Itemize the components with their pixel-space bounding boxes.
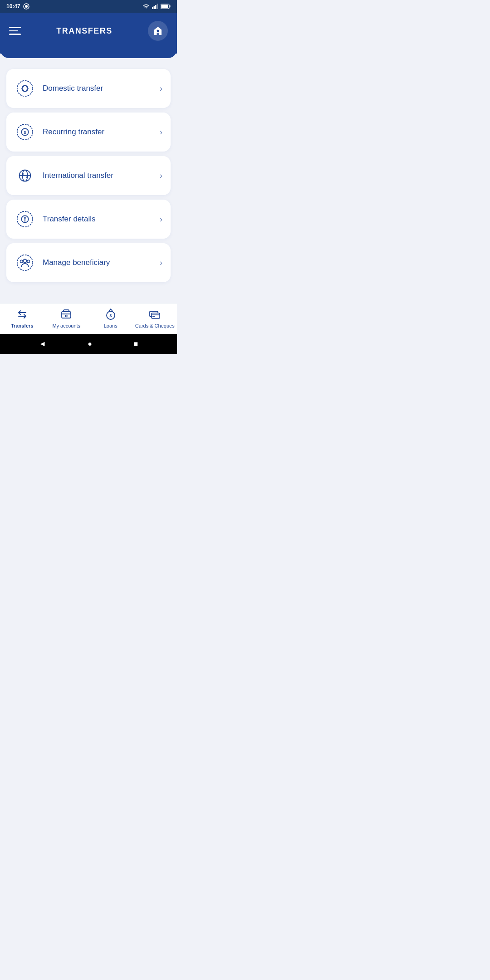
nav-my-accounts[interactable]: My accounts bbox=[44, 308, 89, 328]
manage-beneficiary-item[interactable]: Manage beneficiary › bbox=[6, 243, 171, 282]
svg-point-10 bbox=[17, 81, 33, 96]
svg-rect-7 bbox=[170, 5, 171, 8]
status-time: 10:47 bbox=[6, 3, 20, 10]
bottom-nav: Transfers My accounts $ Loans Cards & Ch… bbox=[0, 303, 177, 334]
status-icons bbox=[142, 4, 171, 9]
svg-rect-3 bbox=[154, 6, 155, 10]
international-transfer-label: International transfer bbox=[43, 171, 152, 180]
battery-icon bbox=[161, 4, 171, 9]
chevron-right-icon: › bbox=[160, 215, 162, 224]
home-icon bbox=[152, 25, 163, 36]
transfers-nav-label: Transfers bbox=[11, 323, 34, 328]
transfer-details-item[interactable]: Transfer details › bbox=[6, 200, 171, 239]
svg-text:$: $ bbox=[24, 130, 26, 135]
transfer-details-label: Transfer details bbox=[43, 215, 152, 224]
cards-cheques-nav-label: Cards & Cheques bbox=[135, 323, 175, 328]
system-nav-bar: ◄ ● ■ bbox=[0, 334, 177, 354]
back-button[interactable]: ◄ bbox=[39, 340, 46, 348]
recurring-transfer-icon: $ bbox=[15, 122, 35, 142]
svg-rect-2 bbox=[152, 7, 153, 9]
recents-button[interactable]: ■ bbox=[134, 340, 138, 348]
nav-loans[interactable]: $ Loans bbox=[88, 308, 133, 328]
svg-point-27 bbox=[65, 315, 67, 317]
header: TRANSFERS bbox=[0, 13, 177, 54]
recurring-transfer-item[interactable]: $ Recurring transfer › bbox=[6, 113, 171, 152]
wifi-icon bbox=[142, 4, 150, 9]
nav-transfers[interactable]: Transfers bbox=[0, 308, 44, 328]
status-bar: 10:47 bbox=[0, 0, 177, 13]
svg-point-24 bbox=[27, 260, 30, 263]
svg-point-19 bbox=[24, 217, 26, 219]
signal-icon bbox=[152, 4, 158, 9]
manage-beneficiary-label: Manage beneficiary bbox=[43, 258, 152, 267]
loans-nav-icon: $ bbox=[104, 308, 117, 321]
main-content: Domestic transfer › $ Recurring transfer… bbox=[0, 58, 177, 303]
transfers-nav-icon bbox=[16, 308, 29, 321]
svg-rect-4 bbox=[155, 5, 157, 9]
page-title: TRANSFERS bbox=[56, 26, 113, 36]
svg-rect-5 bbox=[157, 4, 158, 9]
transfer-details-icon bbox=[15, 209, 35, 230]
chevron-right-icon: › bbox=[160, 258, 162, 268]
loans-nav-label: Loans bbox=[104, 323, 118, 328]
svg-rect-33 bbox=[152, 316, 155, 317]
svg-point-1 bbox=[25, 5, 28, 8]
cards-cheques-nav-icon bbox=[148, 308, 161, 321]
svg-point-9 bbox=[157, 30, 159, 32]
svg-point-22 bbox=[23, 259, 27, 263]
home-button[interactable] bbox=[148, 21, 168, 41]
my-accounts-nav-label: My accounts bbox=[52, 323, 80, 328]
notification-icon bbox=[23, 3, 29, 10]
recurring-transfer-label: Recurring transfer bbox=[43, 127, 152, 137]
home-system-button[interactable]: ● bbox=[88, 340, 92, 348]
svg-point-23 bbox=[20, 260, 23, 263]
hamburger-menu[interactable] bbox=[9, 27, 21, 35]
domestic-transfer-icon bbox=[15, 78, 35, 99]
manage-beneficiary-icon bbox=[15, 252, 35, 273]
domestic-transfer-label: Domestic transfer bbox=[43, 84, 152, 93]
nav-cards-cheques[interactable]: Cards & Cheques bbox=[133, 308, 177, 328]
chevron-right-icon: › bbox=[160, 127, 162, 137]
international-transfer-item[interactable]: International transfer › bbox=[6, 156, 171, 195]
svg-text:$: $ bbox=[109, 314, 112, 318]
my-accounts-nav-icon bbox=[60, 308, 73, 321]
chevron-right-icon: › bbox=[160, 171, 162, 181]
chevron-right-icon: › bbox=[160, 84, 162, 93]
svg-rect-8 bbox=[161, 5, 168, 8]
domestic-transfer-item[interactable]: Domestic transfer › bbox=[6, 69, 171, 108]
international-transfer-icon bbox=[15, 165, 35, 186]
